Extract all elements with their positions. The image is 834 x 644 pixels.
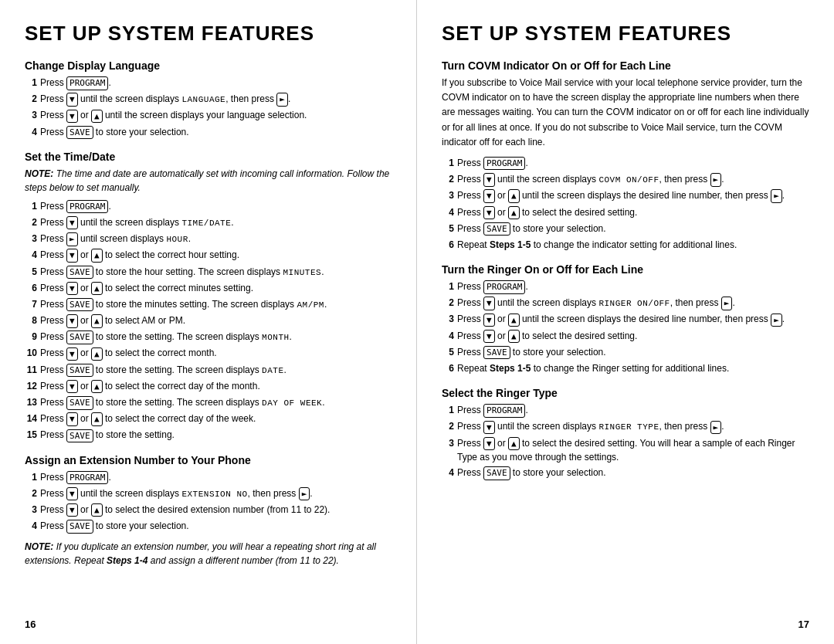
step-item: 8Press ▼ or ▲ to select AM or PM. <box>25 314 392 328</box>
section-assign-extension: Assign an Extension Number to Your Phone <box>25 454 392 466</box>
step-item: 1Press PROGRAM. <box>442 280 809 294</box>
assign-extension-steps: 1Press PROGRAM. 2Press ▼ until the scree… <box>25 470 392 534</box>
step-item: 12Press ▼ or ▲ to select the correct day… <box>25 379 392 394</box>
note-extension: NOTE: If you duplicate an extension numb… <box>25 540 392 568</box>
step-item: 3Press ▼ or ▲ to select the desired sett… <box>442 436 809 465</box>
step-item: 2 Press ▼ until the screen displays LANG… <box>25 92 392 107</box>
down-key: ▼ <box>66 93 78 106</box>
set-time-date-steps: 1Press PROGRAM. 2Press ▼ until the scree… <box>25 199 392 443</box>
section-change-display-language: Change Display Language <box>25 59 392 72</box>
left-page-title: SET UP SYSTEM FEATURES <box>25 22 392 46</box>
step-item: 6Press ▼ or ▲ to select the correct minu… <box>25 281 392 296</box>
section-set-time-date: Set the Time/Date <box>25 151 392 163</box>
step-item: 1Press PROGRAM. <box>442 156 809 171</box>
left-page-number: 16 <box>25 619 36 630</box>
step-item: 9Press SAVE to store the setting. The sc… <box>25 330 392 344</box>
step-item: 1Press PROGRAM. <box>442 403 809 418</box>
section-ringer-type: Select the Ringer Type <box>442 387 809 399</box>
step-item: 5Press SAVE to store your selection. <box>442 345 809 360</box>
section-ringer-on-off: Turn the Ringer On or Off for Each Line <box>442 263 809 276</box>
section-covm-indicator: Turn COVM Indicator On or Off for Each L… <box>442 59 809 72</box>
change-display-language-steps: 1 Press PROGRAM. 2 Press ▼ until the scr… <box>25 76 392 140</box>
step-item: 10Press ▼ or ▲ to select the correct mon… <box>25 346 392 361</box>
covm-steps: 1Press PROGRAM. 2Press ▼ until the scree… <box>442 156 809 253</box>
step-item: 14Press ▼ or ▲ to select the correct day… <box>25 412 392 426</box>
step-item: 3Press ► until screen displays HOUR. <box>25 232 392 246</box>
step-item: 4Press ▼ or ▲ to select the desired sett… <box>442 205 809 220</box>
step-item: 2Press ▼ until the screen displays TIME/… <box>25 215 392 230</box>
covm-description: If you subscribe to Voice Mail service w… <box>442 76 809 150</box>
step-item: 3Press ▼ or ▲ until the screen displays … <box>442 312 809 327</box>
right-page-number: 17 <box>798 619 809 630</box>
step-item: 7Press SAVE to store the minutes setting… <box>25 297 392 312</box>
step-item: 5Press SAVE to store the hour setting. T… <box>25 265 392 280</box>
step-item: 4Press SAVE to store your selection. <box>25 519 392 534</box>
note-time-date: NOTE: The time and date are automaticall… <box>25 167 392 195</box>
step-item: 4Press ▼ or ▲ to select the desired sett… <box>442 329 809 344</box>
step-item: 1Press PROGRAM. <box>25 470 392 485</box>
right-page-title: SET UP SYSTEM FEATURES <box>442 22 809 46</box>
program-key: PROGRAM <box>66 76 108 90</box>
page-left: SET UP SYSTEM FEATURES Change Display La… <box>0 0 417 644</box>
step-item: 3Press ▼ or ▲ until the screen displays … <box>442 188 809 203</box>
step-item: 1Press PROGRAM. <box>25 199 392 214</box>
ringer-on-off-steps: 1Press PROGRAM. 2Press ▼ until the scree… <box>442 280 809 376</box>
step-item: 2Press ▼ until the screen displays RINGE… <box>442 296 809 310</box>
up-key: ▲ <box>91 110 103 123</box>
step-item: 13Press SAVE to store the setting. The s… <box>25 395 392 410</box>
step-item: 3 Press ▼ or ▲ until the screen displays… <box>25 108 392 123</box>
step-item: 15Press SAVE to store the setting. <box>25 428 392 442</box>
step-item: 2Press ▼ until the screen displays RINGE… <box>442 419 809 434</box>
step-item: 2Press ▼ until the screen displays EXTEN… <box>25 486 392 501</box>
step-item: 4 Press SAVE to store your selection. <box>25 125 392 140</box>
ringer-type-steps: 1Press PROGRAM. 2Press ▼ until the scree… <box>442 403 809 480</box>
step-item: 4Press ▼ or ▲ to select the correct hour… <box>25 248 392 263</box>
right-key: ► <box>276 93 288 106</box>
save-key: SAVE <box>66 126 93 139</box>
step-item: 4Press SAVE to store your selection. <box>442 466 809 480</box>
step-item: 1 Press PROGRAM. <box>25 76 392 90</box>
down-key: ▼ <box>66 110 78 123</box>
step-item: 11Press SAVE to store the setting. The s… <box>25 363 392 378</box>
page-right: SET UP SYSTEM FEATURES Turn COVM Indicat… <box>417 0 834 644</box>
step-item: 6Repeat Steps 1-5 to change the indicato… <box>442 238 809 253</box>
step-item: 2Press ▼ until the screen displays COVM … <box>442 172 809 187</box>
step-item: 5Press SAVE to store your selection. <box>442 222 809 236</box>
step-item: 3Press ▼ or ▲ to select the desired exte… <box>25 503 392 517</box>
step-item: 6Repeat Steps 1-5 to change the Ringer s… <box>442 361 809 376</box>
